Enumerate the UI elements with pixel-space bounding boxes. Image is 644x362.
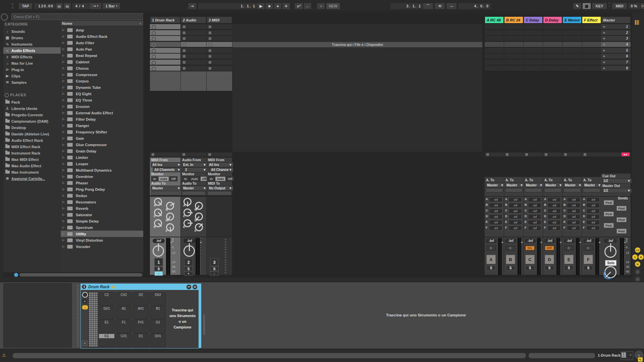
device-item-auto-filter[interactable]: ▷Auto Filter bbox=[61, 40, 143, 46]
expand-triangle-icon[interactable]: ▷ bbox=[61, 213, 67, 216]
send-amount-f[interactable]: -inf bbox=[547, 226, 561, 231]
solo-cue-toggle[interactable]: Solo bbox=[605, 260, 616, 266]
show-returns-toggle[interactable]: R bbox=[638, 254, 644, 260]
expand-triangle-icon[interactable]: ▷ bbox=[61, 67, 67, 70]
chain-list-icon[interactable]: ≡ bbox=[82, 299, 87, 304]
send-amount-a[interactable]: -inf bbox=[489, 197, 502, 202]
monitor-auto-button[interactable]: Auto bbox=[189, 176, 200, 181]
return-output-chooser[interactable]: Master▼ bbox=[486, 183, 505, 188]
pan-knob[interactable] bbox=[153, 245, 164, 257]
follow-button[interactable]: ⇢ bbox=[188, 3, 197, 9]
drum-pad-f1[interactable]: F1 bbox=[116, 320, 132, 333]
expand-triangle-icon[interactable]: ▷ bbox=[61, 48, 67, 51]
scene-play-icon[interactable]: ▶ bbox=[603, 67, 605, 70]
sidebar-place-max-midi-effect[interactable]: Max MIDI Effect bbox=[3, 156, 61, 163]
device-item-multiband-dynamics[interactable]: ▷Multiband Dynamics bbox=[61, 167, 143, 173]
drum-pad-ds1[interactable]: D#1 bbox=[150, 334, 166, 347]
solo-button[interactable]: S bbox=[184, 266, 193, 271]
send-amount-e[interactable]: -inf bbox=[567, 220, 580, 225]
stop-clips-icon[interactable] bbox=[525, 153, 528, 156]
clip-slot[interactable] bbox=[207, 30, 232, 36]
track-header-1[interactable]: 1 Drum Rack bbox=[150, 16, 180, 23]
clip-stop-icon[interactable] bbox=[183, 37, 185, 40]
pan-knob[interactable] bbox=[183, 245, 195, 257]
return-header-e[interactable]: E Memor bbox=[562, 16, 582, 23]
clip-stop-icon[interactable] bbox=[183, 32, 185, 34]
device-item-auto-pan[interactable]: ▷Auto Pan bbox=[61, 46, 143, 52]
show-mixer-toggle[interactable]: M bbox=[635, 261, 640, 267]
stop-clips-icon[interactable] bbox=[152, 153, 154, 156]
send-amount-b[interactable]: -inf bbox=[489, 203, 502, 208]
drum-pad-e1[interactable]: E1 bbox=[99, 320, 115, 333]
stop-clips-icon[interactable] bbox=[584, 153, 586, 156]
expand-triangle-icon[interactable]: ▷ bbox=[61, 143, 67, 146]
send-amount-a[interactable]: -inf bbox=[547, 197, 561, 202]
pan-field[interactable]: 50L bbox=[525, 246, 535, 250]
reenable-automation-button[interactable]: ← bbox=[304, 3, 312, 9]
clip-slot[interactable] bbox=[150, 30, 180, 36]
clip-slot[interactable] bbox=[150, 66, 180, 71]
expand-triangle-icon[interactable]: ▷ bbox=[61, 124, 67, 127]
volume-field[interactable]: -Inf bbox=[525, 239, 536, 243]
send-amount-d[interactable]: -inf bbox=[547, 214, 561, 219]
clip-stop-icon[interactable] bbox=[183, 55, 185, 58]
send-pre-post-toggle-f[interactable]: Post bbox=[616, 229, 627, 234]
scene-row[interactable]: ▶2 bbox=[601, 30, 631, 36]
expand-triangle-icon[interactable]: ▷ bbox=[61, 28, 67, 32]
clip-stop-icon[interactable] bbox=[209, 32, 211, 34]
pan-field[interactable]: 50R bbox=[545, 246, 554, 250]
warning-icon[interactable]: ⚠ bbox=[2, 353, 6, 358]
stop-clips-icon[interactable] bbox=[545, 153, 547, 156]
clip-stop-icon[interactable] bbox=[183, 25, 185, 28]
sidebar-item-samples[interactable]: ≋Samples bbox=[3, 79, 61, 85]
return-header-f[interactable]: F Effect bbox=[582, 16, 601, 23]
clip-slot[interactable] bbox=[207, 24, 232, 29]
monitor-off-button[interactable]: Off bbox=[226, 176, 234, 181]
clip-stop-icon[interactable] bbox=[209, 25, 211, 28]
record-button[interactable]: ● bbox=[274, 3, 282, 9]
device-item-reverb[interactable]: ▷Reverb bbox=[61, 205, 143, 212]
expand-triangle-icon[interactable]: ▷ bbox=[61, 99, 67, 102]
solo-button[interactable]: S bbox=[506, 265, 515, 270]
scene-play-icon[interactable]: ▶ bbox=[603, 61, 605, 64]
sidebar-place-desktop[interactable]: Desktop bbox=[3, 124, 61, 131]
scene-row[interactable]: ▶4 bbox=[601, 42, 631, 47]
scene-play-icon[interactable]: ▶ bbox=[603, 37, 605, 40]
pan-field[interactable]: C bbox=[506, 246, 515, 250]
scene-play-icon[interactable]: ▶ bbox=[603, 49, 605, 52]
sidebar-place-campionature-daw-[interactable]: Campionature (DAW) bbox=[3, 118, 61, 124]
scene-row[interactable]: ▶6 bbox=[601, 54, 631, 59]
send-amount-b[interactable]: -inf bbox=[547, 203, 561, 208]
device-item-erosion[interactable]: ▷Erosion bbox=[61, 103, 143, 110]
drum-pad-c1[interactable]: C1 bbox=[99, 334, 115, 347]
browser-hscrollbar-thumb[interactable] bbox=[19, 273, 142, 277]
expand-triangle-icon[interactable]: ▷ bbox=[61, 226, 67, 229]
sidebar-item-plug-in[interactable]: ⊳Plug-in bbox=[3, 66, 61, 73]
send-amount-e[interactable]: -inf bbox=[586, 220, 600, 225]
device-item-glue-compressor[interactable]: ▷Glue Compressor bbox=[61, 141, 143, 148]
output-section-icon[interactable]: » bbox=[82, 341, 88, 346]
clip-record-icon[interactable] bbox=[152, 31, 156, 36]
cue-out-chooser[interactable]: 1/2▼ bbox=[602, 178, 632, 183]
save-preset-icon[interactable]: ▤ bbox=[193, 285, 197, 289]
clip-record-icon[interactable] bbox=[152, 55, 156, 59]
monitor-in-button[interactable]: In bbox=[182, 176, 189, 181]
expand-triangle-icon[interactable]: ▷ bbox=[61, 105, 67, 108]
clip-record-icon[interactable] bbox=[152, 49, 156, 53]
list-header[interactable]: Nome▲ bbox=[61, 21, 143, 26]
automation-arm-button[interactable]: o° bbox=[294, 3, 303, 9]
sidebar-place-aggiungi-cartella-[interactable]: ⊕Aggiungi Cartella... bbox=[3, 175, 61, 182]
clip-slot[interactable] bbox=[150, 36, 180, 41]
send-amount-d[interactable]: -inf bbox=[586, 214, 600, 219]
return-activator-b[interactable]: B bbox=[506, 255, 515, 264]
expand-triangle-icon[interactable]: ▷ bbox=[61, 239, 67, 242]
drum-pad-cs2[interactable]: C#2 bbox=[116, 292, 132, 306]
scene-row[interactable]: ▶7 bbox=[601, 60, 631, 65]
clip-slot[interactable] bbox=[181, 30, 206, 36]
time-signature-field[interactable]: 4 / 4 bbox=[72, 3, 90, 9]
clip-stop-icon[interactable] bbox=[183, 43, 186, 47]
send-amount-f[interactable]: -inf bbox=[508, 226, 522, 231]
clip-slot[interactable] bbox=[181, 66, 206, 71]
sidebar-place-max-audio-effect[interactable]: Max Audio Effect bbox=[3, 163, 61, 169]
scene-row[interactable]: ▶5 bbox=[601, 48, 631, 53]
